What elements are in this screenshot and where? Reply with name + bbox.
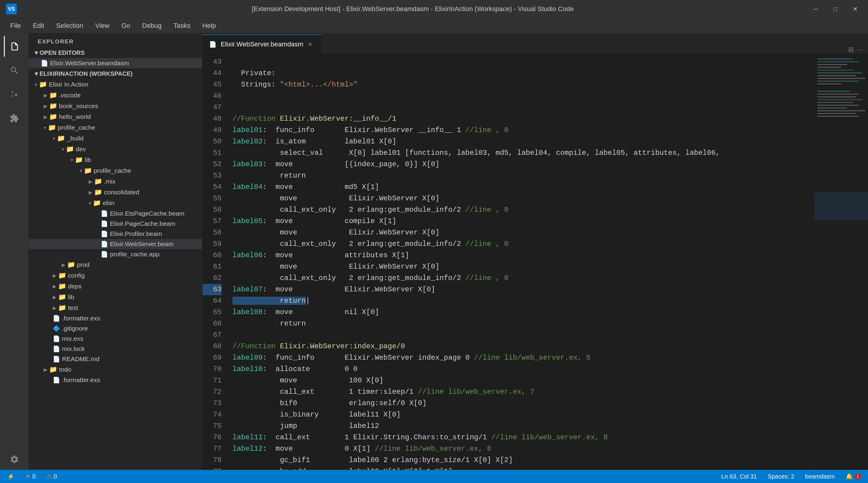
tree-item-profile-cache[interactable]: ▾ 📁 profile_cache bbox=[29, 122, 202, 133]
line-numbers: 4344454647 4849505152 5354555657 5859606… bbox=[203, 54, 226, 470]
title-text: [Extension Development Host] - Elixir.We… bbox=[23, 5, 803, 13]
open-editors-section[interactable]: ▾ OPEN EDITORS bbox=[29, 47, 202, 58]
tree-label: .mix bbox=[104, 178, 116, 185]
tree-item-mix-lock[interactable]: 📄 mix.lock bbox=[29, 344, 202, 354]
workspace-section[interactable]: ▾ ELIXIRINACTION (WORKSPACE) bbox=[29, 68, 202, 79]
tree-item-ebin[interactable]: ▾ 📁 ebin bbox=[29, 198, 202, 208]
test-icon[interactable] bbox=[4, 425, 25, 446]
editor-area: 📄 Elixir.WebServer.beamdasm ✕ ⊟ ··· 4344… bbox=[203, 33, 868, 470]
menu-help[interactable]: Help bbox=[197, 20, 221, 31]
editor-tab-beamdasm[interactable]: 📄 Elixir.WebServer.beamdasm ✕ bbox=[203, 34, 321, 54]
tree-item-profile-cache-app[interactable]: 📄 profile_cache.app bbox=[29, 249, 202, 259]
tree-label: Elixir.Profiler.beam bbox=[110, 230, 162, 237]
file-icon: 📄 bbox=[53, 335, 60, 342]
explorer-icon[interactable] bbox=[4, 36, 25, 57]
menu-tasks[interactable]: Tasks bbox=[168, 20, 195, 31]
tree-label: book_sources bbox=[59, 102, 98, 109]
folder-icon: 📁 bbox=[49, 91, 57, 99]
error-count[interactable]: ✕ 0 bbox=[23, 472, 38, 481]
tree-item-elixir-in-action[interactable]: ▾ 📁 Elixir In Action bbox=[29, 79, 202, 90]
tab-bar: 📄 Elixir.WebServer.beamdasm ✕ ⊟ ··· bbox=[203, 33, 868, 54]
tree-item-deps[interactable]: ▶ 📁 deps bbox=[29, 281, 202, 292]
svg-rect-19 bbox=[817, 110, 865, 111]
tree-label: hello_world bbox=[59, 113, 91, 120]
menu-file[interactable]: File bbox=[5, 20, 26, 31]
more-actions-button[interactable]: ··· bbox=[857, 46, 862, 54]
tree-item-build[interactable]: ▾ 📁 _build bbox=[29, 133, 202, 144]
settings-icon[interactable] bbox=[4, 449, 25, 470]
tree-item-consolidated[interactable]: ▶ 📁 consolidated bbox=[29, 187, 202, 198]
activity-bar bbox=[0, 33, 29, 470]
tree-item-mix-exs[interactable]: 📄 mix.exs bbox=[29, 333, 202, 344]
svg-rect-5 bbox=[817, 69, 853, 70]
svg-rect-9 bbox=[817, 81, 859, 82]
open-file-beamdasm[interactable]: 📄 Elixir.WebServer.beamdasm bbox=[29, 58, 202, 68]
menu-debug[interactable]: Debug bbox=[137, 20, 167, 31]
tree-item-lib[interactable]: ▾ 📁 lib bbox=[29, 155, 202, 165]
tree-item-pagecache-beam[interactable]: 📄 Elixir.PageCache.beam bbox=[29, 219, 202, 229]
folder-chevron: ▶ bbox=[89, 179, 92, 185]
tree-item-gitignore[interactable]: 🔷 .gitignore bbox=[29, 323, 202, 333]
folder-chevron: ▾ bbox=[80, 168, 82, 174]
tree-label: prod bbox=[77, 261, 90, 268]
menu-selection[interactable]: Selection bbox=[51, 20, 89, 31]
warning-number: 0 bbox=[54, 473, 57, 480]
file-icon: 📄 bbox=[53, 345, 60, 352]
tree-item-vscode[interactable]: ▶ 📁 .vscode bbox=[29, 90, 202, 101]
menu-bar: File Edit Selection View Go Debug Tasks … bbox=[0, 18, 868, 33]
tree-item-profiler-beam[interactable]: 📄 Elixir.Profiler.beam bbox=[29, 229, 202, 239]
warning-count[interactable]: ⚠ 0 bbox=[44, 472, 59, 481]
tree-label: todo bbox=[59, 366, 71, 373]
code-editor[interactable]: 4344454647 4849505152 5354555657 5859606… bbox=[203, 54, 868, 470]
search-icon[interactable] bbox=[4, 60, 25, 81]
tree-item-mix[interactable]: ▶ 📁 .mix bbox=[29, 176, 202, 187]
file-icon-beamdasm: 📄 bbox=[41, 60, 48, 67]
tree-item-lib2[interactable]: ▶ 📁 lib bbox=[29, 292, 202, 302]
menu-edit[interactable]: Edit bbox=[27, 20, 50, 31]
status-bar: ⚡ ✕ 0 ⚠ 0 Ln 63, Col 31 Spaces: 2 beamda… bbox=[0, 470, 868, 483]
folder-icon: 📁 bbox=[67, 261, 75, 268]
tree-label: profile_cache bbox=[94, 167, 131, 174]
source-control-icon[interactable] bbox=[4, 84, 25, 105]
menu-view[interactable]: View bbox=[90, 20, 115, 31]
svg-rect-16 bbox=[817, 102, 853, 103]
code-content[interactable]: Private: Strings: "<html>...</html>" //F… bbox=[226, 54, 814, 470]
folder-icon: 📁 bbox=[58, 271, 66, 279]
tree-item-webserver-beam[interactable]: 📄 Elixir.WebServer.beam bbox=[29, 239, 202, 249]
tree-item-hello-world[interactable]: ▶ 📁 hello_world bbox=[29, 111, 202, 122]
tree-item-profile-cache2[interactable]: ▾ 📁 profile_cache bbox=[29, 165, 202, 176]
minimap bbox=[814, 54, 868, 470]
open-editors-label: OPEN EDITORS bbox=[39, 50, 85, 56]
extensions-icon[interactable] bbox=[4, 108, 25, 129]
folder-icon: 📁 bbox=[94, 178, 102, 185]
tree-item-readme[interactable]: 📄 README.md bbox=[29, 354, 202, 364]
split-editor-button[interactable]: ⊟ bbox=[848, 46, 854, 54]
file-icon: 📄 bbox=[53, 377, 60, 384]
tree-item-formatter-exs2[interactable]: 📄 .formatter.exs bbox=[29, 375, 202, 385]
tree-item-config[interactable]: ▶ 📁 config bbox=[29, 270, 202, 281]
notifications[interactable]: 🔔 1 bbox=[843, 472, 863, 481]
tree-item-todo[interactable]: ▶ 📁 todo bbox=[29, 364, 202, 375]
language-mode[interactable]: beamdasm bbox=[803, 473, 837, 481]
tab-close-button[interactable]: ✕ bbox=[308, 41, 313, 48]
tree-item-formatter-exs[interactable]: 📄 .formatter.exs bbox=[29, 313, 202, 323]
tree-item-test[interactable]: ▶ 📁 test bbox=[29, 302, 202, 313]
cursor-position[interactable]: Ln 63, Col 31 bbox=[719, 473, 759, 481]
tree-label: ebin bbox=[103, 199, 115, 206]
minimize-button[interactable]: ─ bbox=[809, 4, 823, 14]
folder-icon: 📁 bbox=[66, 145, 74, 153]
tree-item-book-sources[interactable]: ▶ 📁 book_sources bbox=[29, 101, 202, 111]
tree-item-dev[interactable]: ▾ 📁 dev bbox=[29, 144, 202, 155]
tree-item-prod[interactable]: ▶ 📁 prod bbox=[29, 259, 202, 270]
status-right: Ln 63, Col 31 Spaces: 2 beamdasm 🔔 1 bbox=[719, 472, 863, 481]
svg-rect-4 bbox=[817, 67, 841, 68]
close-button[interactable]: ✕ bbox=[848, 4, 862, 14]
tree-item-ets-beam[interactable]: 📄 Elixir.EtsPageCache.beam bbox=[29, 208, 202, 219]
maximize-button[interactable]: □ bbox=[829, 4, 842, 14]
remote-indicator[interactable]: ⚡ bbox=[5, 472, 17, 481]
indentation[interactable]: Spaces: 2 bbox=[765, 473, 797, 481]
tab-file-icon: 📄 bbox=[209, 41, 217, 48]
menu-go[interactable]: Go bbox=[116, 20, 135, 31]
tree-label: profile_cache bbox=[58, 124, 95, 131]
tree-label: Elixir.PageCache.beam bbox=[110, 220, 175, 227]
